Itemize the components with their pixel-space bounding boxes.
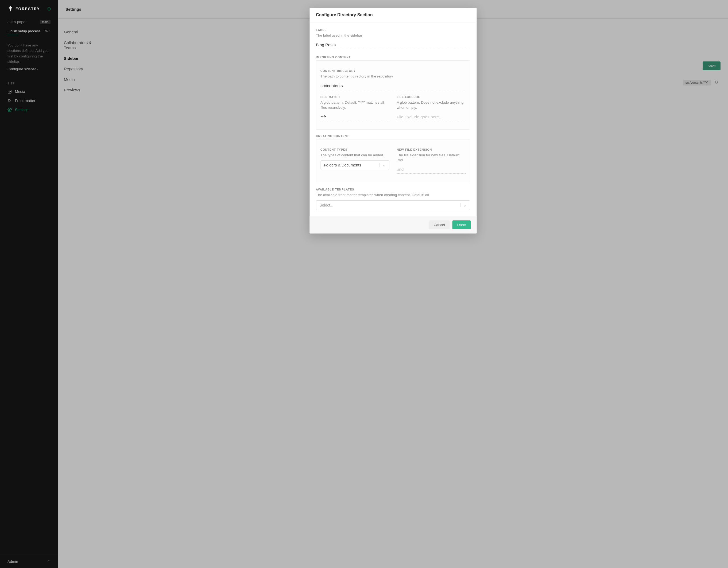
no-sections-text: You don't have any sections defined. Add… — [0, 38, 58, 67]
content-types-title: CONTENT TYPES — [320, 148, 389, 151]
importing-title: IMPORTING CONTENT — [316, 56, 470, 59]
chevron-right-icon: › — [49, 29, 51, 33]
chevron-down-icon: ⌄ — [380, 163, 386, 167]
sidebar-item-label: Media — [15, 90, 25, 94]
new-ext-input[interactable] — [397, 165, 466, 174]
content-dir-input[interactable] — [320, 82, 466, 90]
templates-title: AVAILABLE TEMPLATES — [316, 188, 470, 191]
modal-footer: Cancel Done — [309, 216, 477, 234]
brand-text: FORESTRY — [16, 7, 40, 11]
setup-label: Finish setup process — [7, 29, 41, 33]
sidebar-header: FORESTRY — [0, 0, 58, 18]
templates-desc: The available front matter templates whe… — [316, 193, 470, 198]
label-field-desc: The label used in the sidebar — [316, 33, 470, 38]
gear-icon — [7, 108, 12, 112]
creating-title: CREATING CONTENT — [316, 134, 470, 138]
content-dir-desc: The path to content directory in the rep… — [320, 74, 466, 79]
svg-point-1 — [9, 91, 10, 92]
label-field-title: LABEL — [316, 28, 470, 32]
new-ext-title: NEW FILE EXTENSION — [397, 148, 466, 151]
main-area: Settings General Collaborators & Teams S… — [58, 0, 728, 568]
file-exclude-input[interactable] — [397, 113, 466, 121]
label-input[interactable] — [316, 41, 470, 49]
templates-select[interactable]: Select... ⌄ — [316, 200, 470, 210]
chevron-right-icon: › — [37, 67, 38, 71]
status-circle-icon — [48, 7, 51, 10]
file-match-title: FILE MATCH — [320, 95, 389, 99]
content-dir-title: CONTENT DIRECTORY — [320, 69, 466, 72]
content-types-desc: The types of content that can be added. — [320, 153, 389, 158]
sidebar-item-label: Front matter — [15, 99, 35, 103]
creating-panel: CONTENT TYPES The types of content that … — [316, 139, 470, 182]
file-match-desc: A glob pattern. Default: '**/*' matches … — [320, 100, 389, 110]
sidebar-item-settings[interactable]: Settings — [0, 105, 58, 114]
sidebar-item-front-matter[interactable]: Front matter — [0, 96, 58, 105]
configure-directory-modal: Configure Directory Section LABEL The la… — [309, 8, 477, 234]
importing-panel: CONTENT DIRECTORY The path to content di… — [316, 60, 470, 130]
setup-row[interactable]: Finish setup process 1/4 › — [0, 26, 58, 35]
file-exclude-title: FILE EXCLUDE — [397, 95, 466, 99]
file-exclude-desc: A glob pattern. Does not exclude anythin… — [397, 100, 466, 110]
image-icon — [7, 90, 12, 94]
user-role: Admin — [7, 559, 18, 564]
content-types-select[interactable]: Folders & Documents ⌄ — [320, 160, 389, 170]
done-button[interactable]: Done — [452, 221, 471, 229]
user-footer[interactable]: Admin ⌃ — [0, 555, 58, 568]
chevron-up-icon: ⌃ — [47, 559, 51, 564]
svg-point-2 — [9, 109, 10, 110]
sidebar-item-media[interactable]: Media — [0, 87, 58, 96]
new-ext-desc: The file extension for new files. Defaul… — [397, 153, 466, 163]
sliders-icon — [7, 99, 12, 103]
templates-placeholder: Select... — [319, 203, 333, 207]
brand-logo[interactable]: FORESTRY — [7, 6, 40, 12]
chevron-down-icon: ⌄ — [460, 203, 467, 207]
configure-sidebar-link[interactable]: Configure sidebar › — [0, 67, 58, 76]
repo-name: astro-paper — [7, 20, 27, 24]
content-types-value: Folders & Documents — [324, 163, 361, 167]
setup-progress: 1/4 — [43, 29, 48, 33]
templates-field: AVAILABLE TEMPLATES The available front … — [316, 184, 470, 212]
modal-title: Configure Directory Section — [309, 8, 477, 22]
forestry-logo-icon — [7, 6, 13, 12]
branch-badge: main — [40, 20, 51, 24]
sidebar-item-label: Settings — [15, 108, 29, 112]
site-section-label: SITE — [0, 76, 58, 87]
cancel-button[interactable]: Cancel — [429, 221, 450, 229]
file-match-input[interactable] — [320, 113, 389, 121]
avatar-area — [0, 507, 58, 555]
repo-row[interactable]: astro-paper main — [0, 18, 58, 26]
configure-link-label: Configure sidebar — [7, 67, 36, 71]
app-sidebar: FORESTRY astro-paper main Finish setup p… — [0, 0, 58, 568]
progress-bar — [7, 35, 51, 35]
label-field: LABEL The label used in the sidebar — [316, 25, 470, 51]
